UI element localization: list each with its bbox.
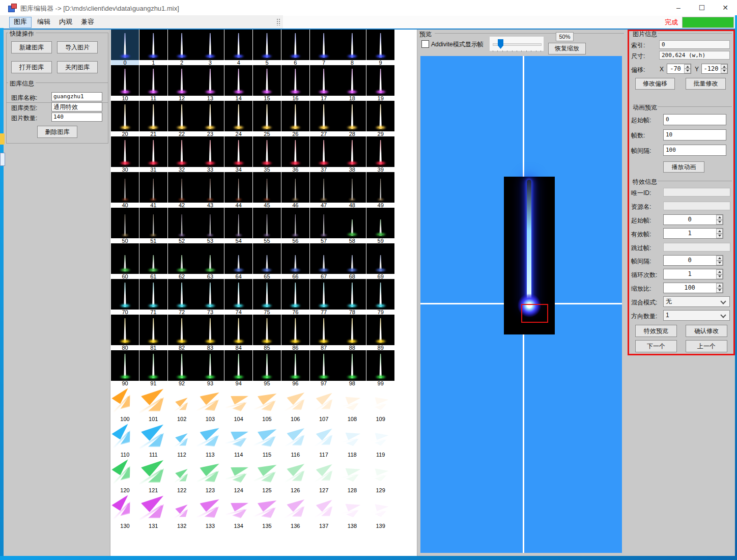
thumbnail-image[interactable] xyxy=(281,30,309,60)
thumbnail-image[interactable] xyxy=(281,243,309,274)
direction-count-combobox[interactable]: 1 xyxy=(663,310,730,321)
thumbnail-image[interactable] xyxy=(366,315,394,345)
thumbnail-image[interactable] xyxy=(310,30,338,60)
thumbnail-image[interactable] xyxy=(111,457,139,488)
anim-frame-interval-field[interactable]: 100 xyxy=(663,145,726,156)
anim-frame-count-field[interactable]: 10 xyxy=(663,129,726,141)
thumbnail-image[interactable] xyxy=(281,493,309,523)
thumbnail-image[interactable] xyxy=(338,136,366,167)
thumbnail-image[interactable] xyxy=(281,172,309,203)
toolstrip-grip-icon[interactable] xyxy=(277,19,281,25)
thumbnail-image[interactable] xyxy=(139,493,167,523)
thumbnail-image[interactable] xyxy=(111,65,139,96)
thumbnail-image[interactable] xyxy=(366,30,394,60)
thumbnail-image[interactable] xyxy=(168,30,196,60)
menu-item-compat[interactable]: 兼容 xyxy=(76,17,99,27)
thumbnail-image[interactable] xyxy=(196,350,224,381)
offset-x-up-icon[interactable] xyxy=(684,64,691,69)
thumbnail-image[interactable] xyxy=(168,315,196,345)
thumbnail-image[interactable] xyxy=(253,101,281,131)
thumbnail-image[interactable] xyxy=(196,243,224,274)
thumbnail-image[interactable] xyxy=(366,65,394,96)
thumbnail-image[interactable] xyxy=(111,208,139,238)
frame-interval-spinner[interactable]: 0 xyxy=(663,255,723,266)
desktop-folder-icon[interactable] xyxy=(0,133,5,145)
thumbnail-image[interactable] xyxy=(281,422,309,452)
maximize-button[interactable]: ☐ xyxy=(690,0,714,15)
thumbnail-image[interactable] xyxy=(196,65,224,96)
thumbnail-image[interactable] xyxy=(281,279,309,310)
thumbnail-image[interactable] xyxy=(168,136,196,167)
thumbnail-image[interactable] xyxy=(281,65,309,96)
scale-ratio-down-icon[interactable] xyxy=(716,288,723,293)
thumbnail-image[interactable] xyxy=(139,422,167,452)
thumbnail-image[interactable] xyxy=(366,422,394,452)
thumbnail-image[interactable] xyxy=(224,243,252,274)
thumbnail-image[interactable] xyxy=(139,350,167,381)
previous-button[interactable]: 上一个 xyxy=(686,340,727,352)
next-button[interactable]: 下一个 xyxy=(635,340,677,352)
thumbnail-image[interactable] xyxy=(224,101,252,131)
thumbnail-image[interactable] xyxy=(224,457,252,488)
thumbnail-image[interactable] xyxy=(196,30,224,60)
thumbnail-image[interactable] xyxy=(139,457,167,488)
thumbnail-image[interactable] xyxy=(196,101,224,131)
thumbnail-image[interactable] xyxy=(253,136,281,167)
thumbnail-image[interactable] xyxy=(224,208,252,238)
thumbnail-image[interactable] xyxy=(281,457,309,488)
thumbnail-image[interactable] xyxy=(281,101,309,131)
offset-x-down-icon[interactable] xyxy=(684,69,691,73)
offset-y-spinner[interactable]: -120 xyxy=(701,64,728,74)
thumbnail-image[interactable] xyxy=(253,279,281,310)
thumbnail-image[interactable] xyxy=(196,386,224,416)
thumbnail-image[interactable] xyxy=(196,315,224,345)
thumbnail-image[interactable] xyxy=(338,101,366,131)
thumbnail-image[interactable] xyxy=(224,386,252,416)
delete-library-button[interactable]: 删除图库 xyxy=(37,126,77,138)
thumbnail-image[interactable] xyxy=(253,315,281,345)
valid-frames-down-icon[interactable] xyxy=(716,234,723,239)
thumbnail-image[interactable] xyxy=(196,457,224,488)
thumbnail-image[interactable] xyxy=(168,386,196,416)
thumbnail-image[interactable] xyxy=(224,30,252,60)
thumbnail-image[interactable] xyxy=(310,350,338,381)
effect-preview-button[interactable]: 特效预览 xyxy=(635,325,677,337)
thumbnail-image[interactable] xyxy=(310,208,338,238)
thumbnail-image[interactable] xyxy=(139,386,167,416)
thumbnail-image[interactable] xyxy=(310,172,338,203)
thumbnail-image[interactable] xyxy=(310,386,338,416)
new-library-button[interactable]: 新建图库 xyxy=(11,41,52,53)
thumbnail-image[interactable] xyxy=(338,315,366,345)
thumbnail-image[interactable] xyxy=(338,422,366,452)
close-library-button[interactable]: 关闭图库 xyxy=(57,61,98,73)
thumbnail-image[interactable] xyxy=(139,172,167,203)
thumbnail-image[interactable] xyxy=(310,243,338,274)
thumbnail-image[interactable] xyxy=(168,457,196,488)
offset-y-down-icon[interactable] xyxy=(721,69,727,73)
thumbnail-image[interactable] xyxy=(111,279,139,310)
thumbnail-image[interactable] xyxy=(253,172,281,203)
close-button[interactable]: ✕ xyxy=(714,0,737,15)
thumbnail-image[interactable] xyxy=(196,422,224,452)
loop-count-down-icon[interactable] xyxy=(716,274,723,279)
thumbnail-image[interactable] xyxy=(310,457,338,488)
valid-frames-spinner[interactable]: 1 xyxy=(663,228,723,239)
thumbnail-image[interactable] xyxy=(366,101,394,131)
effect-start-frame-spinner[interactable]: 0 xyxy=(663,214,723,225)
thumbnail-image[interactable] xyxy=(139,208,167,238)
thumbnail-image[interactable] xyxy=(111,243,139,274)
thumbnail-image[interactable] xyxy=(168,279,196,310)
thumbnail-image[interactable] xyxy=(253,243,281,274)
thumbnail-image[interactable] xyxy=(338,30,366,60)
thumbnail-image[interactable] xyxy=(111,172,139,203)
thumbnail-image[interactable] xyxy=(111,350,139,381)
thumbnail-image[interactable] xyxy=(366,136,394,167)
thumbnail-image[interactable] xyxy=(253,208,281,238)
thumbnail-image[interactable] xyxy=(253,457,281,488)
thumbnail-image[interactable] xyxy=(224,315,252,345)
thumbnail-image[interactable] xyxy=(168,350,196,381)
thumbnail-image[interactable] xyxy=(366,243,394,274)
thumbnail-image[interactable] xyxy=(196,172,224,203)
thumbnail-image[interactable] xyxy=(338,172,366,203)
thumbnail-image[interactable] xyxy=(224,279,252,310)
